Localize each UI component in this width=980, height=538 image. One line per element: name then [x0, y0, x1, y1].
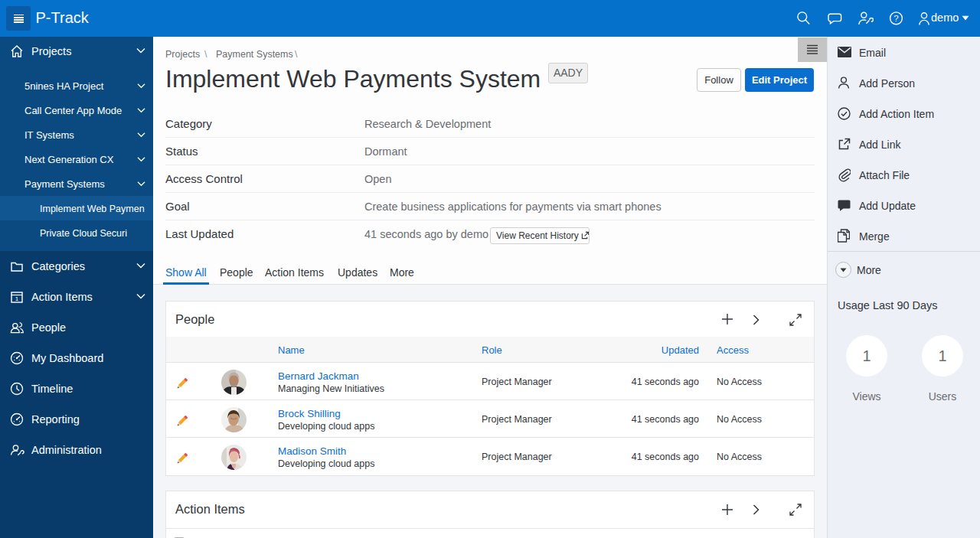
svg-text:?: ? — [893, 14, 898, 23]
svg-text:1: 1 — [15, 295, 19, 302]
